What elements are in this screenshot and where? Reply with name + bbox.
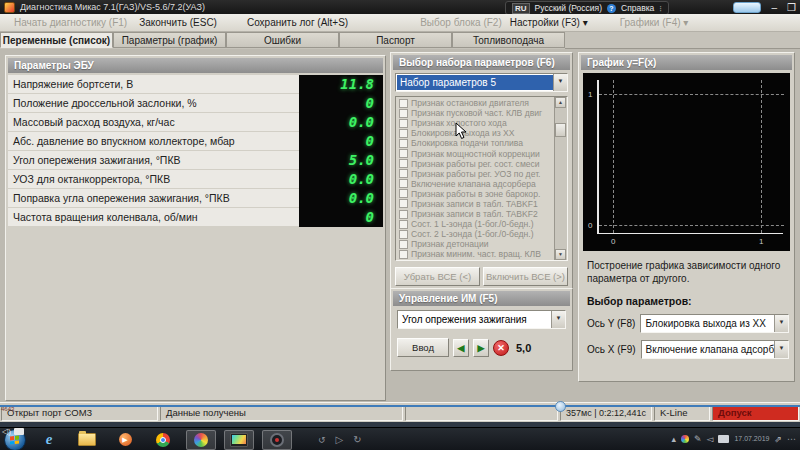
tab[interactable]: Паспорт xyxy=(339,32,452,48)
volume-icon[interactable]: ◅ xyxy=(706,434,713,444)
checkbox-icon[interactable] xyxy=(399,149,408,158)
langbar-options-icon[interactable]: ⁝ xyxy=(659,3,662,13)
display-app-icon[interactable] xyxy=(224,430,254,450)
decrease-arrow-button[interactable]: ◀ xyxy=(453,339,469,357)
rewind-overlay-icon[interactable]: ↺ xyxy=(318,435,326,445)
list-item[interactable]: Признак записи в табл. TABKF2 xyxy=(397,209,554,219)
checkbox-icon[interactable] xyxy=(399,250,408,259)
checkbox-icon[interactable] xyxy=(399,139,408,148)
tray-app-icon[interactable] xyxy=(681,435,689,443)
tab[interactable]: Топливоподача xyxy=(452,32,565,48)
system-tray: ▴ ✎ ◅ 17.07.2019 ⇗ ⋯ xyxy=(671,427,796,450)
list-item[interactable]: Признак записи в табл. TABKF1 xyxy=(397,199,554,209)
scrollbar-thumb[interactable] xyxy=(555,123,566,137)
forward-overlay-icon[interactable]: ↻ xyxy=(353,434,361,445)
list-item[interactable]: Признак работы рег. сост. смеси xyxy=(397,159,554,169)
list-item[interactable]: Признак мощностной коррекции xyxy=(397,148,554,158)
list-scrollbar[interactable]: ▲ ▼ xyxy=(554,97,567,260)
axis-y-dropdown[interactable]: Блокировка выхода из ХХ ▼ xyxy=(640,314,789,333)
folder-icon[interactable] xyxy=(72,430,102,450)
media-player-icon[interactable]: ▶ xyxy=(110,430,140,450)
video-seek-bar[interactable] xyxy=(0,405,800,407)
list-item[interactable]: Блокировка выхода из ХХ xyxy=(397,128,554,138)
diagnostic-app-icon[interactable] xyxy=(262,430,292,450)
list-item[interactable]: Сост. 2 L-зонда (1-бог./0-бедн.) xyxy=(397,229,554,239)
language-label[interactable]: Русский (Россия) xyxy=(535,3,602,13)
tab[interactable]: Параметры (график) xyxy=(113,32,226,48)
parameter-set-selected[interactable]: Набор параметров 5 xyxy=(397,75,553,90)
axis-y-selected[interactable]: Блокировка выхода из ХХ xyxy=(642,316,774,331)
tab[interactable]: Переменные (список) xyxy=(0,32,113,48)
graph-description: Построение графика зависимости одного па… xyxy=(587,259,787,285)
axis-x-dropdown[interactable]: Включение клапана адсорбера ▼ xyxy=(641,340,789,359)
parameter-set-dropdown[interactable]: Набор параметров 5 ▼ xyxy=(395,73,568,92)
actuator-dropdown[interactable]: Угол опрежения зажигания ▼ xyxy=(397,310,566,329)
list-item[interactable]: Признак пусковой част. КЛВ двиг xyxy=(397,108,554,118)
chevron-down-icon[interactable]: ▼ xyxy=(551,311,565,328)
checkbox-icon[interactable] xyxy=(399,109,408,118)
photos-app-icon[interactable] xyxy=(186,430,216,450)
checkbox-icon[interactable] xyxy=(399,99,408,108)
checkbox-icon[interactable] xyxy=(399,210,408,219)
checkbox-icon[interactable] xyxy=(399,189,408,198)
chevron-down-icon[interactable]: ▼ xyxy=(774,341,788,358)
list-item[interactable]: Признак миним. част. вращ. КЛВ xyxy=(397,249,554,259)
checkbox-icon[interactable] xyxy=(399,129,408,138)
pencil-icon[interactable]: ✎ xyxy=(694,434,702,444)
keyboard-layout-icon[interactable] xyxy=(718,435,729,443)
list-item[interactable]: Признак детонации xyxy=(397,239,554,249)
menu-item[interactable]: Начать диагностику (F1) xyxy=(14,17,127,28)
tray-expand-icon[interactable]: ▴ xyxy=(671,434,676,444)
menu-item[interactable]: Закончить (ESC) xyxy=(139,17,217,28)
list-item[interactable]: Включение клапана адсорбера xyxy=(397,179,554,189)
enter-button[interactable]: Ввод xyxy=(397,338,449,357)
y-tick-label: 0 xyxy=(588,221,592,230)
remove-all-button[interactable]: Убрать ВСЕ (<) xyxy=(395,267,480,286)
maximize-button[interactable]: ❐ xyxy=(787,2,796,13)
menu-item[interactable]: Графики (F4) ▾ xyxy=(620,17,689,28)
scroll-down-icon[interactable]: ▼ xyxy=(555,249,566,260)
include-all-button[interactable]: Включить ВСЕ (>) xyxy=(483,267,568,286)
checkbox-icon[interactable] xyxy=(399,240,408,249)
checkbox-icon[interactable] xyxy=(399,199,408,208)
menu-item[interactable]: Выбор блока (F2) xyxy=(420,17,502,28)
checkbox-icon[interactable] xyxy=(399,119,408,128)
video-seek-handle[interactable] xyxy=(555,401,566,412)
list-item[interactable]: Блокировка подачи топлива xyxy=(397,138,554,148)
internet-explorer-icon[interactable]: e xyxy=(34,430,64,450)
resize-arrow-icon[interactable]: ⇗ xyxy=(774,434,782,444)
axis-x-selected[interactable]: Включение клапана адсорбера xyxy=(643,342,774,357)
actuator-selected[interactable]: Угол опрежения зажигания xyxy=(399,312,551,327)
list-item[interactable]: Признак остановки двигателя xyxy=(397,98,554,108)
checkbox-icon[interactable] xyxy=(399,169,408,178)
menu-item[interactable]: Настройки (F3) ▾ xyxy=(510,17,588,28)
increase-arrow-button[interactable]: ▶ xyxy=(473,339,489,357)
scroll-up-icon[interactable]: ▲ xyxy=(555,97,566,108)
taskbar-date[interactable]: 17.07.2019 xyxy=(734,435,769,443)
taskbar-preview-highlight[interactable] xyxy=(733,2,761,13)
language-code-badge[interactable]: RU xyxy=(512,3,530,14)
gridline-vertical xyxy=(613,80,614,233)
list-item[interactable]: Признак работы рег. УОЗ по дет. xyxy=(397,169,554,179)
chrome-icon[interactable] xyxy=(148,430,178,450)
list-item[interactable]: Сост. 1 L-зонда (1-бог./0-бедн.) xyxy=(397,219,554,229)
overflow-dots-icon[interactable]: ⋯ xyxy=(787,434,796,444)
language-bar[interactable]: RU Русский (Россия) ? Справка ⁝ xyxy=(505,1,669,15)
help-label[interactable]: Справка xyxy=(621,3,654,13)
list-item[interactable]: Признак работы в зоне барокор. xyxy=(397,189,554,199)
chevron-down-icon[interactable]: ▼ xyxy=(553,74,567,91)
menu-item[interactable]: Сохранить лог (Alt+S) xyxy=(247,17,348,28)
list-item[interactable]: Признак холостого хода xyxy=(397,118,554,128)
checkbox-icon[interactable] xyxy=(399,159,408,168)
minimize-button[interactable]: – xyxy=(771,2,777,13)
chevron-down-icon[interactable]: ▼ xyxy=(774,315,788,332)
checkbox-icon[interactable] xyxy=(399,230,408,239)
checkbox-icon[interactable] xyxy=(399,179,408,188)
stop-icon[interactable]: ✕ xyxy=(493,340,509,356)
status-message: Данные получены xyxy=(160,405,403,421)
tab[interactable]: Ошибки xyxy=(226,32,339,48)
checkbox-icon[interactable] xyxy=(399,220,408,229)
help-icon[interactable]: ? xyxy=(607,4,616,13)
parameter-value-led: 0.0 xyxy=(299,189,383,208)
play-overlay-icon[interactable]: ▷ xyxy=(336,434,344,445)
